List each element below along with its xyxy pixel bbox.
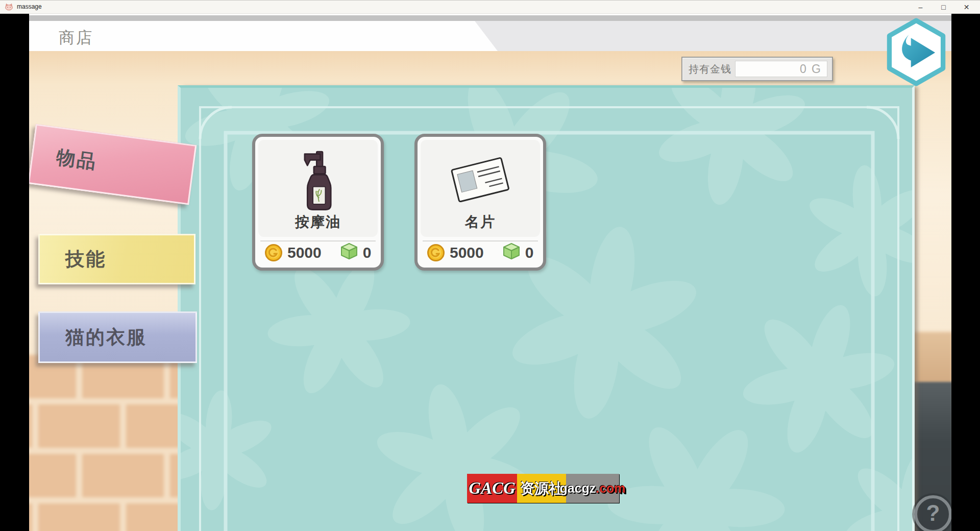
money-display: 持有金钱 0 G bbox=[681, 57, 833, 81]
shop-item-card[interactable]: 名片 5000 0 bbox=[414, 134, 546, 271]
item-name: 按摩油 bbox=[295, 212, 341, 232]
watermark-domain: gacgz.com bbox=[566, 474, 619, 503]
gold-coin-icon bbox=[427, 244, 445, 262]
top-strip bbox=[29, 15, 951, 21]
cube-price: 0 bbox=[525, 244, 534, 261]
question-mark-icon: ? bbox=[926, 500, 940, 526]
green-cube-icon bbox=[340, 242, 358, 260]
shop-item-card[interactable]: 按摩油 5000 0 bbox=[252, 134, 384, 271]
watermark-cn: 资源社 bbox=[517, 474, 566, 503]
window-titlebar: massage – □ ✕ bbox=[0, 0, 980, 14]
tab-skills[interactable]: 技能 bbox=[38, 234, 195, 284]
tab-label: 技能 bbox=[65, 247, 106, 272]
item-price-row: 5000 0 bbox=[258, 240, 378, 266]
cube-price: 0 bbox=[363, 244, 372, 261]
minimize-button[interactable]: – bbox=[909, 0, 932, 14]
gold-price: 5000 bbox=[287, 244, 322, 261]
money-value: 0 G bbox=[800, 62, 822, 76]
money-label: 持有金钱 bbox=[689, 62, 731, 76]
gold-price: 5000 bbox=[450, 244, 484, 261]
massage-oil-image bbox=[258, 147, 378, 213]
shop-header-bar: 商店 bbox=[29, 21, 951, 51]
item-price-row: 5000 0 bbox=[421, 240, 540, 266]
cat-icon bbox=[5, 3, 13, 11]
item-preview-area: 按摩油 bbox=[258, 140, 378, 237]
help-button[interactable]: ? bbox=[914, 495, 951, 531]
return-button[interactable] bbox=[885, 18, 948, 86]
return-arrow-icon bbox=[885, 18, 948, 86]
page-title: 商店 bbox=[59, 27, 93, 49]
shop-panel: 按摩油 5000 0 bbox=[178, 85, 915, 531]
tab-label: 猫的衣服 bbox=[65, 325, 147, 350]
game-viewport: 商店 bbox=[29, 14, 951, 531]
header-gray-segment bbox=[475, 21, 951, 51]
item-name: 名片 bbox=[465, 212, 496, 232]
green-cube-icon bbox=[502, 242, 521, 260]
window-title: massage bbox=[17, 3, 42, 10]
close-button[interactable]: ✕ bbox=[955, 0, 978, 14]
gold-coin-icon bbox=[264, 244, 283, 262]
business-card-image bbox=[421, 147, 540, 213]
watermark: GACG 资源社 gacgz.com bbox=[467, 474, 619, 503]
money-field: 0 G bbox=[735, 61, 827, 77]
watermark-gacg: GACG bbox=[467, 474, 517, 503]
maximize-button[interactable]: □ bbox=[932, 0, 955, 14]
tab-label: 物品 bbox=[55, 144, 99, 175]
tab-cat-clothes[interactable]: 猫的衣服 bbox=[38, 311, 197, 363]
item-preview-area: 名片 bbox=[421, 140, 540, 237]
brick-wall bbox=[29, 355, 181, 531]
